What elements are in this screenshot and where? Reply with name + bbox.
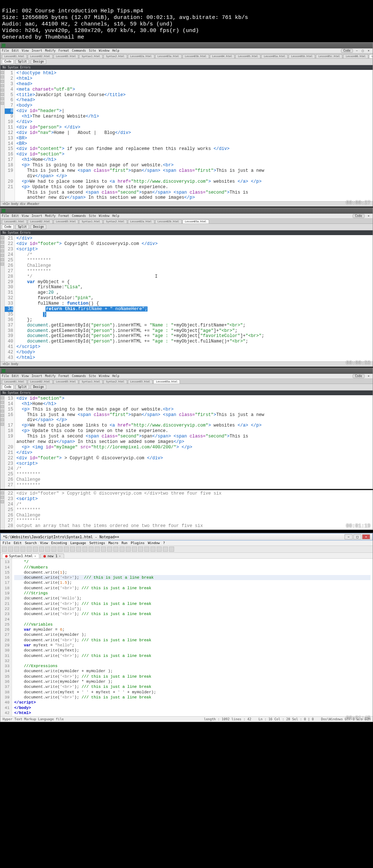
toolbar-button[interactable] — [144, 547, 149, 552]
document-tab[interactable]: Lesson03a.html — [182, 219, 209, 223]
menu-modify[interactable]: Modify — [45, 49, 56, 52]
menu-view[interactable]: View — [22, 214, 29, 218]
toolbar-button[interactable] — [101, 547, 106, 552]
toolbar-button[interactable] — [27, 547, 32, 552]
document-tab[interactable]: Lesson04.html — [210, 54, 235, 58]
minimize-button[interactable]: − — [345, 534, 353, 539]
menu-file[interactable]: File — [3, 541, 11, 545]
menu-edit[interactable]: Edit — [12, 214, 19, 218]
dw-titlebar[interactable] — [0, 43, 373, 48]
view-split[interactable]: Split — [15, 225, 29, 229]
view-code[interactable]: Code — [2, 225, 14, 229]
toolbar-button[interactable] — [119, 547, 125, 552]
toolbar-button[interactable] — [169, 547, 174, 552]
menu-run[interactable]: Run — [122, 541, 127, 545]
toolbar-button[interactable] — [2, 547, 7, 552]
toolbar-button[interactable] — [58, 547, 63, 552]
menu-window[interactable]: Window — [99, 49, 109, 52]
document-tab[interactable]: Lesson02a.html — [128, 219, 154, 223]
document-tab[interactable]: Lesson03.html — [128, 380, 153, 384]
menu-commands[interactable]: Commands — [72, 374, 86, 378]
menu-edit[interactable]: Edit — [12, 374, 19, 378]
view-code[interactable]: Code — [2, 385, 14, 389]
document-tab[interactable]: Lesson06a.html — [369, 54, 373, 58]
document-tab[interactable]: Lesson03a.html — [153, 380, 180, 384]
toolbar-button[interactable] — [64, 547, 69, 552]
toolbar-button[interactable] — [163, 547, 168, 552]
toolbar-button[interactable] — [70, 547, 75, 552]
document-tab[interactable]: Lesson06.html — [343, 54, 368, 58]
document-tab[interactable]: Syntax2.html — [103, 54, 127, 58]
menu-format[interactable]: Format — [59, 49, 69, 52]
toolbar-button[interactable] — [33, 547, 38, 552]
menu-macro[interactable]: Macro — [109, 541, 118, 545]
toolbar-button[interactable] — [20, 547, 25, 552]
menu-commands[interactable]: Commands — [72, 49, 86, 52]
menu-view[interactable]: View — [22, 49, 29, 52]
toolbar-button[interactable] — [157, 547, 162, 552]
toolbar-button[interactable] — [14, 547, 19, 552]
code-editor[interactable]: 12345678910111213141516171819 2021 <!doc… — [0, 70, 373, 201]
menu-help[interactable]: Help — [112, 374, 119, 378]
view-code[interactable]: Code — [2, 59, 14, 64]
document-tab[interactable]: Lesson02.html — [28, 54, 53, 58]
menu-?[interactable]: ? — [163, 541, 165, 545]
menu-settings[interactable]: Settings — [89, 541, 105, 545]
document-tab[interactable]: Syntax1.html — [79, 380, 103, 384]
document-tab[interactable]: Lesson03b.html — [182, 54, 209, 58]
menu-file[interactable]: File — [2, 214, 9, 218]
close-icon[interactable]: × — [367, 49, 370, 53]
code-area[interactable]: <!doctype html><html><head><meta charset… — [15, 70, 373, 201]
document-tab[interactable]: Lesson02.html — [28, 219, 53, 223]
menu-window[interactable]: Window — [148, 541, 160, 545]
menu-insert[interactable]: Insert — [32, 374, 42, 378]
document-tab[interactable]: Lesson01.html — [2, 219, 27, 223]
toolbar-button[interactable] — [150, 547, 156, 552]
toolbar-button[interactable] — [138, 547, 143, 552]
np-editor[interactable]: 1314151617181920212223242526272829303132… — [0, 559, 373, 716]
document-tab[interactable]: Lesson02.html — [28, 380, 53, 384]
toolbar-button[interactable] — [132, 547, 137, 552]
toolbar-button[interactable] — [95, 547, 100, 552]
menu-plugins[interactable]: Plugins — [131, 541, 145, 545]
document-tab[interactable]: Lesson05.html — [235, 54, 260, 58]
layout-pill[interactable]: Code — [341, 49, 353, 53]
view-split[interactable]: Split — [15, 385, 29, 389]
close-icon[interactable]: × — [367, 214, 370, 218]
menu-file[interactable]: File — [2, 374, 9, 378]
menu-window[interactable]: Window — [99, 374, 109, 378]
menu-language[interactable]: Language — [70, 541, 86, 545]
menu-site[interactable]: Site — [89, 374, 96, 378]
maximize-icon[interactable]: □ — [361, 49, 365, 53]
menu-insert[interactable]: Insert — [32, 49, 42, 52]
maximize-button[interactable]: □ — [353, 534, 361, 539]
toolbar-button[interactable] — [51, 547, 56, 552]
view-design[interactable]: Design — [31, 59, 46, 64]
menu-help[interactable]: Help — [112, 214, 119, 218]
toolbar-button[interactable] — [107, 547, 112, 552]
menu-search[interactable]: Search — [25, 541, 37, 545]
menu-format[interactable]: Format — [59, 214, 69, 218]
document-tab[interactable]: Lesson03.html — [54, 219, 79, 223]
document-tab[interactable]: Lesson02b.html — [155, 219, 182, 223]
menu-modify[interactable]: Modify — [45, 214, 56, 218]
menu-encoding[interactable]: Encoding — [51, 541, 67, 545]
menu-commands[interactable]: Commands — [72, 214, 86, 218]
menu-view[interactable]: View — [40, 541, 48, 545]
view-design[interactable]: Design — [31, 385, 46, 389]
document-tab[interactable]: Syntax1.html — [79, 54, 103, 58]
document-tab[interactable]: Lesson03.html — [54, 54, 79, 58]
menu-window[interactable]: Window — [99, 214, 109, 218]
toolbar-button[interactable] — [45, 547, 50, 552]
document-tab[interactable]: Syntax2.html — [103, 380, 127, 384]
file-tab[interactable]: Syntax1.html × — [2, 554, 39, 558]
toolbar-button[interactable] — [76, 547, 81, 552]
document-tab[interactable]: Lesson05a.html — [261, 54, 288, 58]
toolbar-button[interactable] — [82, 547, 87, 552]
menu-edit[interactable]: Edit — [12, 49, 19, 52]
document-tab[interactable]: Syntax1.html — [79, 219, 103, 223]
code-area[interactable]: */ ///Numbers document.write(1); documen… — [12, 559, 373, 716]
menu-view[interactable]: View — [22, 374, 29, 378]
document-tab[interactable]: Syntax2.html — [103, 219, 127, 223]
document-tab[interactable]: Lesson03.html — [54, 380, 79, 384]
